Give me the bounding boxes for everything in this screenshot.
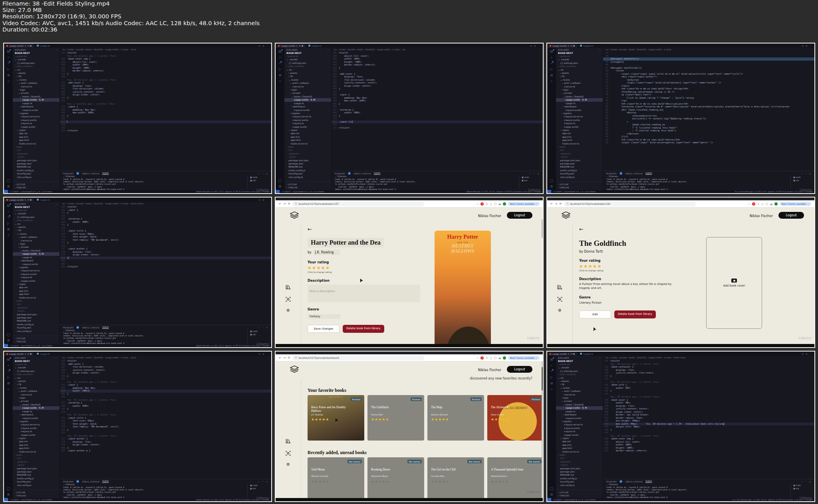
edit-extension-icon[interactable]: ✎: [486, 356, 488, 359]
explorer-file[interactable]: ⌄ auth / callback: [558, 389, 603, 393]
explorer-file[interactable]: › lib: [15, 229, 60, 232]
explorer-file[interactable]: +page.svelte 4, M: [556, 406, 603, 409]
reload-icon[interactable]: ⟳: [288, 202, 290, 206]
explorer-file[interactable]: vite.config.ts: [15, 484, 60, 487]
explorer-file[interactable]: ⌄ private: [558, 399, 603, 403]
remote-indicator[interactable]: [4, 498, 8, 501]
activity-icon[interactable]: ⌗: [551, 79, 553, 83]
book-card[interactable]: Not started The Girl on the Cliff Lucind…: [427, 457, 484, 498]
extension-icon[interactable]: 0: [480, 202, 484, 206]
back-icon[interactable]: ←: [550, 202, 553, 206]
explorer-file[interactable]: ⌄ src: [286, 68, 331, 71]
activity-icon[interactable]: ⌁: [551, 370, 553, 373]
explorer-file[interactable]: ⌄ auth / callback: [15, 235, 60, 239]
explorer-file[interactable]: › svelte-kit: [15, 209, 60, 212]
explorer-file[interactable]: app.html: [286, 138, 331, 142]
more-icon[interactable]: ⋯: [56, 357, 58, 359]
edit-extension-icon[interactable]: ✎: [757, 202, 759, 205]
remote-indicator[interactable]: [4, 190, 8, 193]
activity-icon[interactable]: ▷: [550, 67, 553, 71]
explorer-file[interactable]: app.css: [558, 132, 603, 135]
profile-icon[interactable]: ◯: [494, 356, 496, 359]
profile-icon[interactable]: ◯: [494, 202, 496, 205]
activity-icon-bottom[interactable]: ◯: [550, 487, 554, 490]
explorer-file[interactable]: +server.ts: [15, 393, 60, 396]
activity-icon[interactable]: ⊞: [7, 381, 10, 385]
editor-actions[interactable]: ⊟ ⊞ ⋯: [256, 198, 271, 202]
breadcrumb[interactable]: src › routes › private › books › [bookid…: [603, 356, 814, 360]
explorer-file[interactable]: app.d.ts: [15, 289, 60, 293]
explorer-file[interactable]: +page.svelte: [558, 125, 603, 128]
explorer-file[interactable]: › register: [15, 266, 60, 269]
settings-icon[interactable]: ⚙: [286, 462, 290, 466]
explorer-file[interactable]: › login: [558, 88, 603, 91]
explorer-file[interactable]: › dashboard: [558, 413, 603, 416]
explorer-file[interactable]: +server.ts: [15, 85, 60, 88]
downloads-icon[interactable]: ⬓: [770, 202, 772, 205]
bookmark-icon[interactable]: ☆: [748, 202, 750, 206]
explorer-file[interactable]: tsconfig.json: [15, 480, 60, 483]
save-changes-button[interactable]: Save changes: [308, 325, 340, 333]
activity-icon[interactable]: ▤: [550, 358, 553, 361]
explorer-file[interactable]: README.md: [558, 473, 603, 476]
explorer-file[interactable]: › assets: [15, 71, 60, 75]
breadcrumb[interactable]: src › routes › private › books › [bookid…: [60, 356, 271, 360]
explorer-file[interactable]: app.css: [15, 286, 60, 289]
explorer-file[interactable]: › node_modules: [286, 65, 331, 68]
explorer-file[interactable]: .npmrc: [558, 155, 603, 158]
project-root[interactable]: BOOK-NEST: [13, 51, 60, 55]
explorer-file[interactable]: ⌄ .vscode: [15, 58, 60, 61]
activity-icon[interactable]: ⌕: [551, 364, 552, 367]
explorer-file[interactable]: ⌄ books / [bookid]: [558, 403, 603, 406]
explorer-file[interactable]: tsconfig.json: [286, 172, 331, 175]
back-arrow[interactable]: ←: [308, 226, 427, 232]
shell-item[interactable]: ▣ node: [250, 330, 271, 333]
reload-icon[interactable]: ⟳: [560, 202, 562, 206]
code-editor[interactable]: 126<style>You, 18 minutes ago | 1 author…: [60, 51, 271, 171]
explorer-file[interactable]: +page.svelte 4, M: [284, 98, 331, 101]
explorer-file[interactable]: ⌄ src: [15, 222, 60, 225]
activity-icon[interactable]: ▷: [7, 376, 10, 379]
code-editor[interactable]: 126<style>149 object-fit: cover;150 widt…: [332, 51, 543, 171]
explorer-file[interactable]: env: [15, 457, 60, 460]
shell-item[interactable]: ▣ node: [250, 176, 271, 179]
explorer-file[interactable]: +page.svelte: [15, 125, 60, 128]
extensions-icon[interactable]: ◻: [490, 356, 492, 359]
delete-book-button[interactable]: Delete book from library: [343, 325, 384, 333]
explorer-file[interactable]: .npmrc: [15, 463, 60, 466]
downloads-icon[interactable]: ⬓: [498, 202, 501, 205]
explorer-file[interactable]: app.html: [15, 293, 60, 296]
activity-icon[interactable]: ⌁: [279, 61, 281, 65]
extension-icon[interactable]: 0: [480, 356, 484, 360]
chrome-update-pill[interactable]: New Chrome available ⋮: [780, 202, 811, 206]
explorer-file[interactable]: ⌄ types: [15, 128, 60, 132]
explorer-file[interactable]: +layout.server.ts: [15, 269, 60, 272]
tab-page-ts[interactable]: TS+page.ts: [306, 43, 324, 48]
genre-input[interactable]: Fantasy: [308, 314, 340, 319]
explorer-file[interactable]: › svelte-kit: [286, 55, 331, 58]
activity-icon[interactable]: ⌁: [551, 61, 553, 65]
explorer-file[interactable]: hooks.server.ts: [15, 296, 60, 299]
code-editor[interactable]: 126<style>You, 28 minutes ago | 1 author…: [603, 360, 814, 479]
explorer-file[interactable]: vite.config.ts: [15, 176, 60, 179]
tab-page-svelte[interactable]: +page.svelte4, M●: [547, 43, 578, 48]
activity-icon[interactable]: ▤: [7, 204, 10, 207]
explorer-file[interactable]: app.d.ts: [558, 135, 603, 138]
explorer-file[interactable]: +layout.svelte: [15, 273, 60, 276]
outline-section[interactable]: › OUTLINE: [15, 183, 58, 186]
activity-icon[interactable]: ▷: [7, 67, 10, 71]
site-info-icon[interactable]: ⓘ: [295, 202, 297, 205]
explorer-file[interactable]: ⌄ .vscode: [286, 58, 331, 61]
app-logo-icon[interactable]: [562, 211, 570, 220]
explorer-file[interactable]: package-lock.json: [558, 467, 603, 470]
explorer-file[interactable]: .npmrc: [15, 155, 60, 158]
logout-button[interactable]: Logout: [507, 212, 532, 219]
explorer-file[interactable]: .npmrc: [558, 463, 603, 466]
url-input[interactable]: ⓘlocalhost:5173/private/books/137: [292, 202, 424, 206]
explorer-file[interactable]: vite.config.ts: [15, 330, 60, 333]
explorer-file[interactable]: package-lock.json: [286, 159, 331, 162]
back-icon[interactable]: ←: [279, 202, 281, 206]
explorer-file[interactable]: .npmrc: [286, 155, 331, 158]
activity-icon[interactable]: ⌗: [279, 79, 281, 83]
explorer-file[interactable]: ⌄ books / [bookid]: [15, 95, 60, 98]
